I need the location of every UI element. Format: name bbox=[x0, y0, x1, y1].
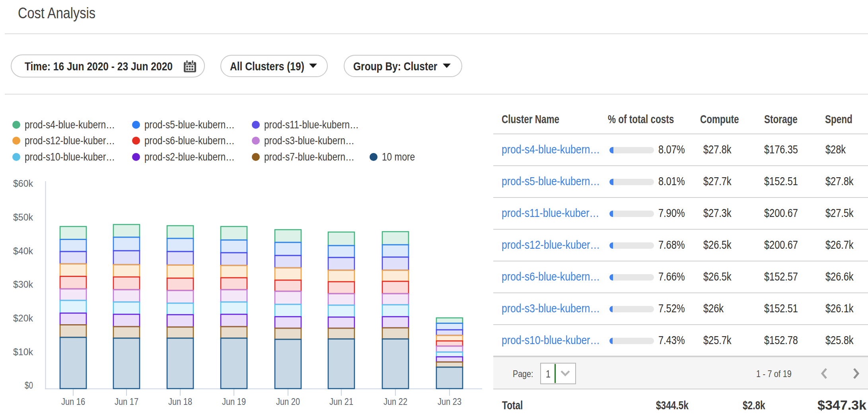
svg-text:Jun 22: Jun 22 bbox=[383, 397, 407, 407]
svg-text:Jun 20: Jun 20 bbox=[276, 397, 300, 407]
svg-text:$60k: $60k bbox=[13, 178, 33, 189]
svg-text:Jun 21: Jun 21 bbox=[329, 397, 353, 407]
svg-text:$40k: $40k bbox=[13, 246, 33, 256]
svg-text:$30k: $30k bbox=[13, 279, 33, 290]
svg-text:Jun 19: Jun 19 bbox=[222, 397, 246, 407]
svg-text:$20k: $20k bbox=[13, 313, 33, 323]
svg-text:Jun 23: Jun 23 bbox=[438, 397, 461, 407]
svg-text:$10k: $10k bbox=[13, 347, 33, 357]
svg-text:Jun 16: Jun 16 bbox=[61, 397, 85, 407]
svg-text:Jun 17: Jun 17 bbox=[115, 397, 138, 407]
svg-text:Jun 18: Jun 18 bbox=[168, 397, 192, 407]
svg-text:$0: $0 bbox=[25, 380, 33, 391]
svg-text:$50k: $50k bbox=[13, 212, 33, 223]
